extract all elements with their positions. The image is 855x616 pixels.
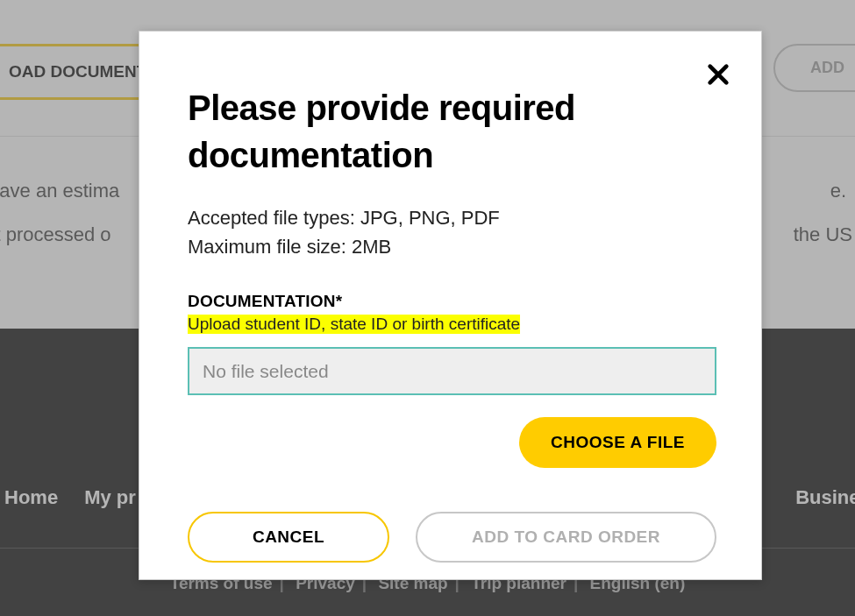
upload-hint-text: Upload student ID, state ID or birth cer…: [188, 315, 520, 334]
file-input[interactable]: No file selected: [188, 347, 716, 395]
cancel-button[interactable]: CANCEL: [188, 512, 389, 563]
documentation-field-label: DOCUMENTATION*: [188, 292, 713, 311]
file-input-placeholder: No file selected: [203, 361, 329, 382]
accepted-file-types: Accepted file types: JPG, PNG, PDF: [188, 203, 713, 232]
modal-title: Please provide required documentation: [188, 84, 713, 179]
close-button[interactable]: [706, 62, 730, 90]
upload-documentation-modal: Please provide required documentation Ac…: [139, 31, 762, 580]
choose-file-button[interactable]: CHOOSE A FILE: [519, 417, 716, 468]
max-file-size: Maximum file size: 2MB: [188, 232, 713, 261]
add-to-card-order-button[interactable]: ADD TO CARD ORDER: [416, 512, 716, 563]
close-icon: [706, 62, 730, 87]
